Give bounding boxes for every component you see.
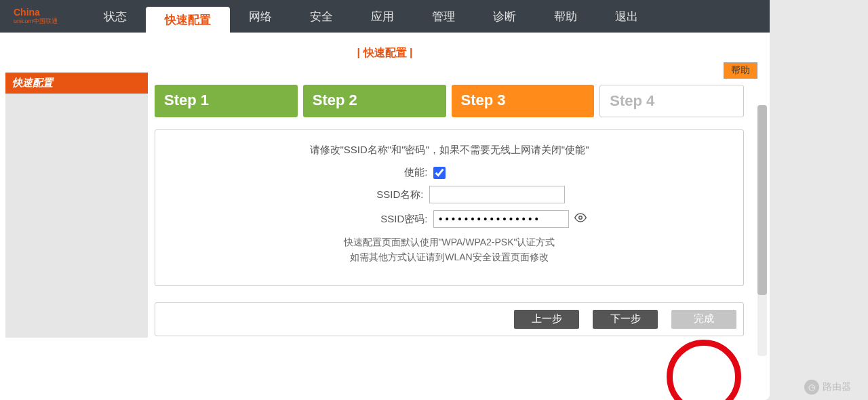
ssid-input[interactable] [429, 186, 565, 203]
scrollbar[interactable] [757, 105, 767, 356]
sidebar-header[interactable]: 快速配置 [5, 73, 148, 94]
sidebar: 快速配置 [5, 73, 148, 338]
nav-help[interactable]: 帮助 [535, 0, 596, 33]
form-note: 快速配置页面默认使用"WPA/WPA2-PSK"认证方式 如需其他方式认证请到W… [176, 235, 723, 265]
password-row: SSID密码: [176, 210, 723, 228]
highlight-circle [667, 340, 741, 400]
watermark-toutiao: 头条 @偶西小喀嗒 [285, 377, 386, 393]
logo-sub: unicom中国联通 [14, 18, 58, 25]
form-instruction: 请修改"SSID名称"和"密码"，如果不需要无线上网请关闭"使能" [176, 144, 723, 157]
page-title-bar: | 快速配置 | [0, 33, 770, 67]
step-2[interactable]: Step 2 [303, 85, 446, 117]
eye-icon[interactable] [574, 212, 587, 226]
nav-quick-config[interactable]: 快速配置 [146, 7, 230, 33]
ssid-row: SSID名称: [176, 186, 723, 203]
next-button[interactable]: 下一步 [593, 310, 658, 329]
watermark-icon: ◷ [804, 380, 819, 395]
nav-security[interactable]: 安全 [291, 0, 352, 33]
button-box: 上一步 下一步 完成 [155, 302, 744, 336]
step-1[interactable]: Step 1 [155, 85, 298, 117]
scrollbar-thumb[interactable] [757, 105, 767, 295]
steps-row: Step 1 Step 2 Step 3 Step 4 [155, 85, 744, 117]
nav-diagnosis[interactable]: 诊断 [474, 0, 535, 33]
finish-button: 完成 [671, 310, 736, 329]
password-input[interactable] [433, 210, 569, 228]
watermark-router: ◷ 路由器 [804, 380, 851, 395]
enable-label: 使能: [313, 166, 428, 179]
enable-row: 使能: [176, 166, 723, 179]
nav-application[interactable]: 应用 [352, 0, 413, 33]
nav-network[interactable]: 网络 [230, 0, 291, 33]
password-label: SSID密码: [313, 213, 428, 226]
step-3[interactable]: Step 3 [452, 85, 595, 117]
svg-point-0 [578, 216, 582, 220]
watermark-text: 路由器 [823, 381, 851, 393]
top-nav: China unicom中国联通 状态 快速配置 网络 安全 应用 管理 诊断 … [0, 0, 770, 33]
logo: China unicom中国联通 [14, 7, 58, 24]
ssid-label: SSID名称: [309, 188, 424, 201]
form-box: 请修改"SSID名称"和"密码"，如果不需要无线上网请关闭"使能" 使能: SS… [155, 129, 744, 286]
nav-management[interactable]: 管理 [413, 0, 474, 33]
prev-button[interactable]: 上一步 [514, 310, 579, 329]
note-line1: 快速配置页面默认使用"WPA/WPA2-PSK"认证方式 [176, 235, 723, 249]
nav-logout[interactable]: 退出 [596, 0, 657, 33]
note-line2: 如需其他方式认证请到WLAN安全设置页面修改 [176, 249, 723, 264]
enable-checkbox[interactable] [433, 167, 446, 179]
step-4: Step 4 [599, 85, 744, 117]
sidebar-body [5, 94, 148, 338]
logo-main: China [14, 7, 58, 18]
page-title: | 快速配置 | [357, 47, 413, 58]
nav-status[interactable]: 状态 [85, 0, 146, 33]
main-panel: Step 1 Step 2 Step 3 Step 4 请修改"SSID名称"和… [155, 73, 764, 338]
